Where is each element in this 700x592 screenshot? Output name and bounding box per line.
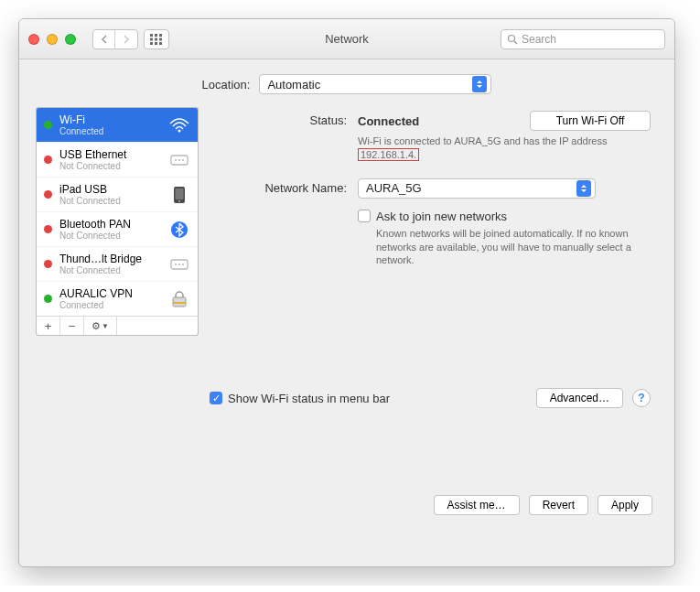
svg-point-9 <box>509 35 515 41</box>
svg-point-22 <box>178 264 180 265</box>
status-value: Connected <box>358 114 419 128</box>
svg-rect-7 <box>155 42 157 45</box>
sidebar-item-auralic-vpn[interactable]: AURALIC VPNConnected <box>37 282 198 317</box>
revert-button[interactable]: Revert <box>529 495 588 515</box>
checkbox-icon <box>210 392 222 404</box>
svg-rect-4 <box>155 38 157 40</box>
lock-icon <box>168 290 190 308</box>
status-dot-icon <box>44 225 52 233</box>
interface-list[interactable]: Wi-FiConnectedUSB EthernetNot Connectedi… <box>36 107 199 317</box>
detail-pane: Status: Connected Turn Wi-Fi Off Wi-Fi i… <box>210 107 658 482</box>
remove-interface-button[interactable]: − <box>60 317 84 335</box>
svg-rect-2 <box>159 34 162 37</box>
sidebar-item-name: USB Ethernet <box>59 148 161 161</box>
network-name-label: Network Name: <box>210 178 347 195</box>
device-icon <box>168 186 190 204</box>
svg-point-13 <box>175 159 177 161</box>
status-label: Status: <box>210 111 347 127</box>
sidebar-item-name: AURALIC VPN <box>59 287 161 300</box>
status-dot-icon <box>44 156 52 164</box>
forward-button[interactable] <box>115 30 137 48</box>
close-button[interactable] <box>28 34 39 45</box>
location-row: Location: Automatic <box>36 74 658 94</box>
add-interface-button[interactable]: + <box>37 317 60 335</box>
network-prefs-window: Network Search Location: Automatic Wi-Fi… <box>18 18 675 567</box>
assist-button[interactable]: Assist me… <box>434 495 520 515</box>
chevron-updown-icon <box>472 76 487 92</box>
sidebar-item-status: Not Connected <box>59 231 161 241</box>
svg-rect-6 <box>150 42 153 45</box>
sidebar-item-name: iPad USB <box>59 183 161 196</box>
action-row: Assist me… Revert Apply <box>36 495 658 515</box>
svg-line-10 <box>514 41 517 44</box>
sidebar-item-bluetooth-pan[interactable]: Bluetooth PANNot Connected <box>37 212 198 247</box>
location-label: Location: <box>202 78 251 91</box>
bluetooth-icon <box>168 221 190 239</box>
ip-address-highlight: 192.168.1.4. <box>358 148 419 161</box>
sidebar-item-status: Not Connected <box>59 161 161 171</box>
search-input[interactable]: Search <box>501 29 665 49</box>
svg-point-11 <box>178 129 181 132</box>
content-area: Location: Automatic Wi-FiConnectedUSB Et… <box>19 59 674 528</box>
location-value: Automatic <box>267 78 320 91</box>
ethernet-icon <box>168 151 190 169</box>
sidebar-item-status: Connected <box>59 300 161 310</box>
ethernet-icon <box>168 255 190 274</box>
checkbox-icon <box>358 210 371 222</box>
status-description: Wi-Fi is connected to AURA_5G and has th… <box>358 135 632 162</box>
ask-to-join-checkbox[interactable]: Ask to join new networks <box>358 210 651 223</box>
svg-rect-0 <box>150 34 153 37</box>
location-select[interactable]: Automatic <box>259 74 491 94</box>
status-dot-icon <box>44 295 52 303</box>
grid-icon <box>150 34 163 45</box>
sidebar-item-thund-lt-bridge[interactable]: Thund…lt BridgeNot Connected <box>37 247 198 282</box>
svg-point-23 <box>182 264 184 265</box>
advanced-button[interactable]: Advanced… <box>536 388 623 408</box>
interface-actions-menu[interactable]: ⚙︎▼ <box>84 317 117 335</box>
sidebar-item-usb-ethernet[interactable]: USB EthernetNot Connected <box>37 143 198 178</box>
turn-wifi-off-button[interactable]: Turn Wi-Fi Off <box>530 111 651 131</box>
apply-button[interactable]: Apply <box>598 495 652 515</box>
status-dot-icon <box>44 190 52 199</box>
ask-to-join-description: Known networks will be joined automatica… <box>376 227 651 268</box>
chevron-updown-icon <box>576 180 591 197</box>
status-dot-icon <box>44 121 52 129</box>
sidebar-item-status: Connected <box>59 126 161 136</box>
svg-rect-25 <box>173 302 186 304</box>
sidebar-item-name: Thund…lt Bridge <box>59 253 161 265</box>
sidebar-item-name: Bluetooth PAN <box>59 218 161 231</box>
minimize-button[interactable] <box>47 34 58 45</box>
svg-point-14 <box>178 159 180 161</box>
show-all-button[interactable] <box>144 29 169 49</box>
status-dot-icon <box>44 260 52 268</box>
wifi-icon <box>168 116 190 135</box>
svg-point-15 <box>182 159 184 161</box>
ask-to-join-label: Ask to join new networks <box>376 210 507 223</box>
search-placeholder: Search <box>522 33 556 46</box>
svg-rect-1 <box>155 34 157 37</box>
sidebar-item-wi-fi[interactable]: Wi-FiConnected <box>37 108 198 143</box>
show-in-menu-bar-checkbox[interactable]: Show Wi-Fi status in menu bar <box>210 392 390 405</box>
sidebar-item-ipad-usb[interactable]: iPad USBNot Connected <box>37 178 198 212</box>
svg-rect-3 <box>150 38 153 40</box>
network-name-value: AURA_5G <box>366 181 422 195</box>
svg-rect-17 <box>176 188 184 199</box>
titlebar: Network Search <box>19 19 674 59</box>
network-name-select[interactable]: AURA_5G <box>358 178 596 199</box>
svg-rect-8 <box>159 42 162 45</box>
back-button[interactable] <box>93 30 115 48</box>
search-icon <box>507 34 518 45</box>
sidebar-footer: + − ⚙︎▼ <box>36 316 199 336</box>
nav-controls <box>92 29 169 49</box>
back-forward-buttons[interactable] <box>92 29 138 49</box>
svg-point-18 <box>178 200 180 202</box>
show-in-menu-bar-label: Show Wi-Fi status in menu bar <box>228 392 390 405</box>
help-button[interactable]: ? <box>632 389 651 407</box>
zoom-button[interactable] <box>65 34 76 45</box>
svg-rect-5 <box>159 38 162 40</box>
sidebar-item-status: Not Connected <box>59 265 161 275</box>
window-controls <box>28 34 76 45</box>
sidebar-item-name: Wi-Fi <box>59 113 161 126</box>
sidebar-item-status: Not Connected <box>59 196 161 206</box>
svg-point-21 <box>175 264 177 265</box>
